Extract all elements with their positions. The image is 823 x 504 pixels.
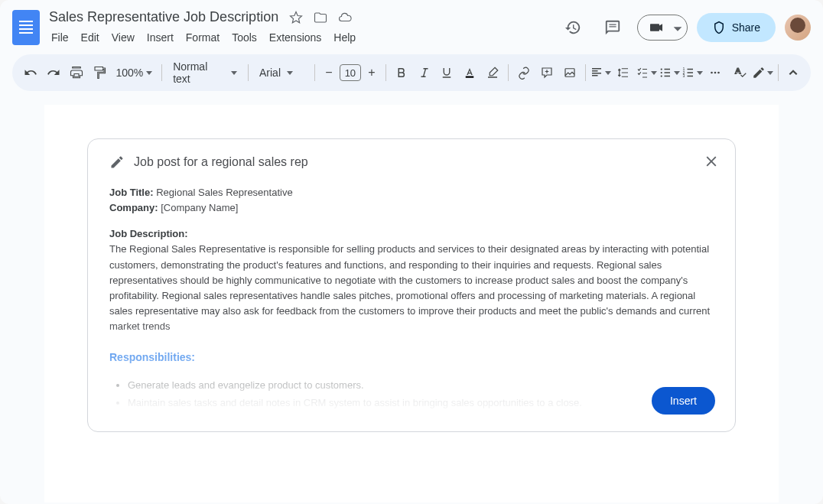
svg-point-9	[711, 72, 713, 74]
docs-app-icon[interactable]	[12, 10, 40, 45]
spellcheck-button[interactable]	[729, 61, 750, 84]
menu-view[interactable]: View	[106, 28, 140, 47]
bold-button[interactable]	[391, 61, 412, 84]
desc-heading: Job Description:	[109, 226, 714, 242]
move-folder-icon[interactable]	[314, 11, 327, 24]
editing-mode-button[interactable]	[752, 61, 773, 84]
chevron-down-icon	[146, 71, 152, 75]
text-color-button[interactable]	[459, 61, 480, 84]
undo-button[interactable]	[20, 61, 41, 84]
prompt-title: Job post for a regional sales rep	[134, 155, 308, 169]
responsibilities-heading: Responsibilities:	[109, 350, 714, 366]
svg-point-3	[661, 68, 662, 70]
close-prompt-button[interactable]	[703, 153, 720, 170]
desc-body: The Regional Sales Representative is res…	[109, 242, 714, 334]
share-button-label: Share	[732, 21, 760, 34]
company-value: [Company Name]	[158, 202, 239, 213]
chevron-down-icon	[674, 71, 680, 75]
redo-button[interactable]	[43, 61, 64, 84]
font-family-select[interactable]: Arial	[253, 63, 310, 82]
menu-insert[interactable]: Insert	[142, 28, 179, 47]
menu-help[interactable]: Help	[328, 28, 361, 47]
share-button[interactable]: Share	[697, 13, 776, 42]
svg-text:3: 3	[683, 73, 685, 78]
svg-point-11	[717, 72, 720, 74]
checklist-button[interactable]	[636, 61, 657, 84]
toolbar: 100% Normal text Arial − +	[12, 54, 811, 91]
star-icon[interactable]	[289, 11, 303, 24]
job-title-value: Regional Sales Representative	[154, 187, 293, 198]
list-item: Maintain sales tasks and detail notes in…	[128, 395, 714, 412]
svg-rect-1	[488, 76, 497, 78]
bulleted-list-button[interactable]	[659, 61, 680, 84]
insert-image-button[interactable]	[559, 61, 581, 84]
numbered-list-button[interactable]: 123	[681, 61, 703, 84]
chevron-down-icon	[287, 71, 293, 75]
italic-button[interactable]	[414, 61, 435, 84]
job-title-label: Job Title:	[109, 187, 154, 198]
line-spacing-button[interactable]	[613, 61, 634, 84]
menubar: File Edit View Insert Format Tools Exten…	[46, 28, 551, 47]
history-button[interactable]	[558, 12, 588, 43]
svg-point-10	[714, 72, 717, 74]
collapse-toolbar-button[interactable]	[783, 67, 803, 78]
meet-button[interactable]	[637, 15, 688, 41]
chevron-down-icon	[651, 71, 657, 75]
generated-content: Job Title: Regional Sales Representative…	[109, 185, 714, 411]
cloud-saved-icon[interactable]	[338, 11, 352, 24]
menu-format[interactable]: Format	[181, 28, 225, 47]
underline-button[interactable]	[436, 61, 457, 84]
menu-edit[interactable]: Edit	[76, 28, 105, 47]
more-tools-button[interactable]	[704, 61, 726, 84]
menu-tools[interactable]: Tools	[226, 28, 262, 47]
document-title[interactable]: Sales Representative Job Description	[46, 8, 281, 27]
svg-point-4	[661, 72, 662, 73]
font-size-decrease[interactable]: −	[320, 63, 338, 82]
chevron-down-icon	[697, 71, 703, 75]
zoom-value: 100%	[115, 67, 143, 79]
svg-rect-0	[466, 76, 474, 78]
chevron-down-icon	[767, 71, 773, 75]
ai-prompt-card: Job post for a regional sales rep Job Ti…	[87, 138, 736, 432]
responsibilities-list: Generate leads and evangelize product to…	[128, 377, 714, 412]
comments-button[interactable]	[597, 12, 628, 43]
print-button[interactable]	[66, 61, 87, 84]
insert-link-button[interactable]	[513, 61, 535, 84]
chevron-down-icon	[231, 71, 237, 75]
user-avatar[interactable]	[785, 15, 811, 41]
menu-extensions[interactable]: Extensions	[264, 28, 327, 47]
chevron-down-icon	[605, 71, 611, 75]
highlight-color-button[interactable]	[482, 61, 503, 84]
zoom-select[interactable]: 100%	[111, 63, 157, 82]
menu-file[interactable]: File	[46, 28, 74, 47]
insert-button[interactable]: Insert	[652, 387, 715, 415]
svg-point-5	[661, 75, 662, 76]
list-item: Generate leads and evangelize product to…	[128, 377, 714, 395]
font-family-value: Arial	[259, 67, 281, 79]
paint-format-button[interactable]	[89, 61, 110, 84]
font-size-input[interactable]	[340, 64, 361, 81]
edit-prompt-icon[interactable]	[109, 154, 125, 170]
align-button[interactable]	[590, 61, 611, 84]
document-page: Job post for a regional sales rep Job Ti…	[44, 105, 779, 502]
paragraph-style-select[interactable]: Normal text	[167, 57, 243, 88]
company-label: Company:	[109, 202, 158, 213]
font-size-increase[interactable]: +	[363, 63, 381, 82]
paragraph-style-value: Normal text	[173, 60, 225, 85]
insert-comment-button[interactable]	[536, 61, 558, 84]
